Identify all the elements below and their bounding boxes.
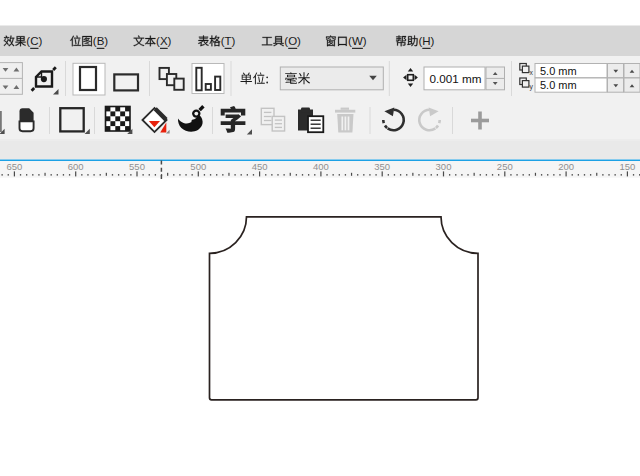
svg-text:x: x [530, 69, 534, 76]
svg-text:y: y [530, 83, 534, 91]
svg-text:(H): (H) [418, 35, 434, 47]
svg-text:150: 150 [619, 161, 635, 172]
svg-text:200: 200 [558, 161, 574, 172]
svg-text:500: 500 [190, 161, 206, 172]
svg-text:350: 350 [374, 161, 390, 172]
svg-text:250: 250 [497, 161, 513, 172]
svg-text:450: 450 [252, 161, 268, 172]
svg-text:(C): (C) [26, 35, 42, 47]
svg-text:600: 600 [68, 161, 84, 172]
svg-text:(B): (B) [93, 35, 109, 47]
svg-text:650: 650 [6, 161, 22, 172]
svg-text:(O): (O) [284, 35, 301, 47]
svg-text:(T): (T) [221, 35, 236, 47]
svg-text:300: 300 [436, 161, 452, 172]
svg-text:(W): (W) [348, 35, 367, 47]
svg-text:0.001 mm: 0.001 mm [430, 72, 482, 85]
svg-text:400: 400 [313, 161, 329, 172]
svg-text:5.0 mm: 5.0 mm [540, 65, 577, 77]
svg-text:5.0 mm: 5.0 mm [540, 79, 577, 91]
svg-text:550: 550 [129, 161, 145, 172]
svg-text:(X): (X) [156, 35, 172, 47]
